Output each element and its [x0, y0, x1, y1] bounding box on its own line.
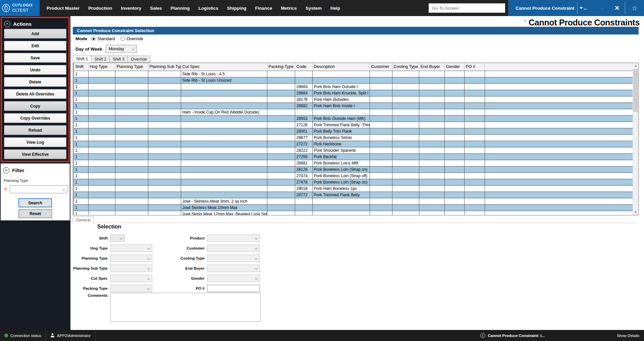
grid-row[interactable]: 1 27126 Pork Trimmed Flank Belly -Thin [74, 122, 633, 128]
app-logo[interactable]: CUTLOGIX CLTEST [0, 0, 40, 16]
menu-item[interactable]: Inventory [117, 6, 146, 11]
go-to-screen-input[interactable] [429, 3, 505, 13]
menu-item[interactable]: Metrics [277, 6, 301, 11]
grid-row[interactable]: 1 Jowl - Skinless Meat 3mm, 2 sq inch [74, 198, 633, 205]
menu-item[interactable]: Sales [146, 6, 166, 11]
field-select[interactable] [110, 265, 152, 272]
grid-row[interactable]: 1 28682 Pork Ham Bnls Inside I [74, 103, 633, 109]
grid-column-header[interactable]: Gender [444, 63, 464, 71]
action-button[interactable]: Add [4, 29, 66, 39]
grid-column-header[interactable]: Packing Type [267, 63, 295, 71]
field-select[interactable] [207, 255, 260, 262]
grid-column-header[interactable]: Description [312, 63, 370, 71]
action-button[interactable]: Copy Overrides [4, 113, 66, 123]
filter-panel-header[interactable]: Filter [3, 165, 67, 175]
grid-row[interactable]: 1 Jowl Skinless Meat 10mm Max [74, 205, 633, 211]
menu-item[interactable]: Help [326, 6, 344, 11]
shift-tab[interactable]: Shift 3 [109, 56, 128, 63]
menu-item[interactable]: Logistics [194, 6, 223, 11]
favorite-star-button[interactable]: ☆ [625, 0, 644, 16]
grid-row[interactable]: 1 28683 Pork Bnls Ham Outside I [74, 84, 633, 90]
action-button[interactable]: View Effective [4, 149, 66, 159]
day-of-week-select[interactable]: Monday [106, 45, 137, 53]
grid-column-header[interactable]: Cooling Type [392, 63, 419, 71]
grid-column-header[interactable]: Shift [74, 63, 88, 71]
action-button[interactable]: Undo [4, 65, 66, 75]
grid-column-header[interactable]: Code [295, 63, 312, 71]
menu-item[interactable]: Finance [251, 6, 277, 11]
radio-button-icon[interactable] [91, 37, 96, 41]
help-link[interactable]: ? [524, 19, 526, 24]
screen-selector-dropdown[interactable]: Cannot Produce Constraint [508, 0, 577, 16]
navigate-forward-button[interactable]: → [593, 0, 609, 16]
shift-tab[interactable]: Shift 2 [91, 56, 109, 63]
action-button[interactable]: Reload [4, 125, 66, 135]
field-select[interactable] [110, 275, 152, 282]
grid-row[interactable]: 1 Ham - Inside Cap On Red (Middle Outsid… [74, 109, 633, 116]
menu-item[interactable]: Production [84, 6, 116, 11]
show-details-link[interactable]: Show Details [617, 334, 644, 338]
field-select[interactable] [110, 245, 152, 252]
grid-row[interactable]: 1 28176 Pork Ham Outsides [74, 96, 633, 103]
radio-button-icon[interactable] [120, 37, 125, 41]
scrollbar-thumb[interactable] [633, 69, 638, 112]
menu-item[interactable]: System [301, 6, 326, 11]
grid-column-header[interactable]: End Buyer [419, 63, 444, 71]
grid-row[interactable]: 1 29018 Pork Ham Boneless 1pc [74, 186, 633, 192]
action-button[interactable]: Copy [4, 101, 66, 111]
mode-radio-option[interactable]: Override [120, 36, 143, 41]
actions-panel-header[interactable]: Actions [4, 19, 66, 29]
grid-row[interactable]: 1 28772 Pork Trimmed Flank Belly [74, 192, 633, 198]
grid-row[interactable]: 1 28001 Pork Belly Trim Flank [74, 128, 633, 135]
clear-filter-icon[interactable]: ✕ [3, 186, 8, 192]
field-select[interactable] [207, 245, 260, 252]
action-button[interactable]: Delete [4, 77, 66, 87]
menu-item[interactable]: Shipping [223, 6, 251, 11]
shift-tab[interactable]: Shift 1 [73, 55, 91, 63]
action-button[interactable]: Save [4, 53, 66, 63]
field-select[interactable] [110, 285, 152, 292]
grid-column-header[interactable]: PO # [464, 63, 485, 71]
field-select[interactable] [207, 234, 260, 242]
grid-row[interactable]: 1 28684 Pork Bnls Ham Knuckle, Split I [74, 90, 633, 96]
planning-type-filter-select[interactable] [10, 185, 67, 193]
grid-row[interactable]: 1 28126 Pork Boneless Loin (Strap on) [74, 166, 633, 173]
shift-tab[interactable]: Override [127, 56, 150, 63]
grid-row[interactable]: 1 27255 Pork Backfat [74, 154, 633, 160]
field-select[interactable] [207, 285, 260, 292]
field-select[interactable] [110, 255, 152, 262]
navigate-back-button[interactable]: ← [578, 0, 593, 16]
reset-button[interactable]: Reset [18, 209, 52, 218]
grid-column-header[interactable]: Customer [370, 63, 392, 71]
scroll-up-arrow[interactable]: ▲ [633, 63, 639, 69]
action-button[interactable]: Delete All Overrides [4, 89, 66, 99]
grid-column-header[interactable]: Planning Type [115, 63, 148, 71]
grid-row[interactable]: 1 27474 Pork Boneless Loin (Strap off) [74, 173, 633, 179]
grid-row[interactable]: 1 Side Rib - St Louis - 4.5 [74, 71, 633, 77]
status-message[interactable]: i Cannot Produce Constraint: I... [480, 333, 545, 338]
mode-radio-option[interactable]: Standard [91, 36, 115, 41]
menu-item[interactable]: Product Master [42, 6, 84, 11]
comments-textarea[interactable] [110, 293, 261, 322]
action-button[interactable]: View Log [4, 137, 66, 147]
menu-item[interactable]: Planning [166, 6, 194, 11]
grid-column-header[interactable]: Cut Spec [181, 63, 267, 71]
general-tab[interactable]: General [73, 216, 94, 223]
grid-row[interactable]: 1 28881 Pork Boneless Loins MM [74, 160, 633, 166]
grid-row[interactable]: 1 Jowl Skinls Meat 12mm Max, Beveled Lon… [74, 211, 633, 215]
close-screen-button[interactable]: ✕ [609, 0, 625, 16]
scroll-down-arrow[interactable]: ▼ [633, 209, 639, 215]
grid-row[interactable]: 1 Side Rib - St Louis Unsized [74, 77, 633, 84]
action-button[interactable]: Edit [4, 41, 66, 51]
grid-row[interactable]: 1 27478 Pork Boneless Loin (Strap on) [74, 179, 633, 186]
grid-row[interactable]: 1 28677 Pork Boneless Sirloin [74, 135, 633, 141]
grid-row[interactable]: 1 27272 Pork Neckbone [74, 141, 633, 147]
search-button[interactable]: Search [18, 198, 52, 207]
field-select[interactable] [207, 265, 260, 272]
grid-row[interactable]: 1 28552 Pork Bnls Outside Ham (MK) [74, 116, 633, 122]
grid-row[interactable]: 1 28222 Pork Shoulder Sparerib [74, 147, 633, 154]
vertical-scrollbar[interactable]: ▲ ▼ [633, 63, 638, 215]
grid-column-header[interactable]: Hog Type [88, 63, 115, 71]
grid-column-header[interactable]: Planning Sub Type [148, 63, 181, 71]
field-select[interactable] [110, 234, 125, 242]
